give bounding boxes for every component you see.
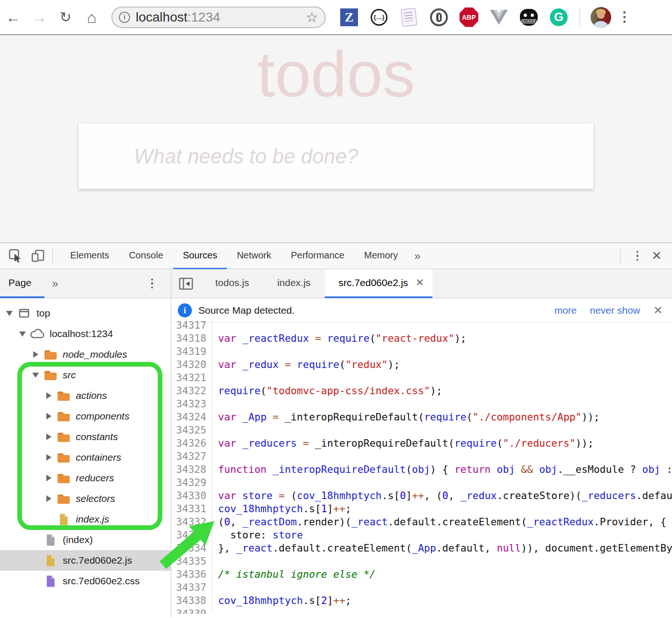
tree-item-src-bundle-js[interactable]: src.7ed060e2.js [0, 550, 171, 571]
tab-sources[interactable]: Sources [173, 243, 227, 269]
line-number[interactable]: 34333 [171, 529, 212, 542]
disclosure-closed-icon[interactable] [44, 495, 53, 502]
code-line: 34323 [171, 397, 672, 411]
tree-item-constants[interactable]: constants [0, 427, 171, 447]
disclosure-closed-icon[interactable] [44, 392, 53, 399]
disclosure-closed-icon[interactable] [44, 475, 53, 481]
code-line: 34331cov_18hmhptych.s[1]++; [171, 502, 672, 515]
new-todo-placeholder: What needs to be done? [134, 145, 358, 168]
sidebar-menu-button[interactable] [143, 279, 162, 289]
tree-item-src-bundle-css[interactable]: src.7ed060e2.css [0, 571, 171, 591]
tab-performance[interactable]: Performance [281, 243, 355, 269]
adblock-plus-extension-icon[interactable]: ABP [460, 8, 478, 27]
line-number[interactable]: 34338 [171, 594, 212, 607]
kuker-extension-icon[interactable]: KUKER [519, 8, 538, 27]
tab-network[interactable]: Network [227, 243, 281, 269]
line-number[interactable]: 34321 [171, 371, 212, 384]
line-number[interactable]: 34324 [171, 411, 212, 424]
notes-extension-icon[interactable] [400, 8, 418, 27]
tree-item-components[interactable]: components [0, 406, 171, 427]
grammarly-extension-icon[interactable]: G [549, 8, 568, 27]
disclosure-closed-icon[interactable] [44, 434, 53, 440]
line-number[interactable]: 34329 [171, 476, 212, 489]
more-tabs-icon[interactable]: » [408, 250, 427, 263]
line-number[interactable]: 34331 [171, 502, 212, 515]
tree-item-top[interactable]: top [0, 303, 171, 324]
line-number[interactable]: 34330 [171, 489, 212, 502]
editor-tab-index-js[interactable]: index.js [263, 269, 324, 298]
sidebar-header: Page » [0, 269, 171, 298]
line-number[interactable]: 34337 [171, 581, 212, 594]
line-number[interactable]: 34334 [171, 542, 212, 555]
tree-item-src[interactable]: src [0, 365, 171, 385]
line-number[interactable]: 34339 [171, 607, 212, 614]
frame-icon [16, 308, 33, 318]
browser-menu-button[interactable] [623, 11, 626, 23]
tree-item-index-document[interactable]: (index) [0, 530, 171, 550]
line-number[interactable]: 34336 [171, 568, 212, 581]
line-number[interactable]: 34325 [171, 424, 212, 437]
line-number[interactable]: 34322 [171, 384, 212, 397]
sourcemap-never-show-link[interactable]: never show [590, 305, 640, 316]
tree-item-index-js[interactable]: index.js [0, 509, 171, 530]
code-line: 34330var store = (cov_18hmhptych.s[0]++,… [171, 489, 672, 502]
forward-button[interactable]: → [26, 10, 52, 25]
page-info-icon[interactable]: i [119, 12, 130, 23]
collapse-sidebar-icon[interactable] [179, 277, 194, 290]
sidebar-more-tabs-icon[interactable]: » [52, 277, 58, 290]
address-bar[interactable]: i localhost:1234 ☆ [111, 7, 326, 28]
vue-devtools-extension-icon[interactable] [489, 8, 508, 27]
disclosure-open-icon[interactable] [5, 311, 14, 316]
devtools-close-button[interactable]: ✕ [647, 249, 672, 263]
tree-item-reducers[interactable]: reducers [0, 468, 171, 488]
line-number[interactable]: 34332 [171, 515, 212, 529]
tree-item-localhost[interactable]: localhost:1234 [0, 324, 171, 344]
line-number[interactable]: 34335 [171, 555, 212, 568]
infobar-close-icon[interactable]: ✕ [653, 304, 663, 317]
line-number[interactable]: 34318 [171, 332, 212, 345]
disclosure-closed-icon[interactable] [44, 454, 53, 461]
tab-memory[interactable]: Memory [354, 243, 408, 269]
bookmark-star-icon[interactable]: ☆ [306, 9, 318, 25]
new-todo-input[interactable]: What needs to be done? [79, 124, 593, 189]
onepassword-extension-icon[interactable] [430, 8, 448, 27]
zotero-extension-icon[interactable]: Z [340, 8, 358, 27]
json-viewer-extension-icon[interactable]: {…} [370, 8, 388, 27]
code-text: (0, _reactDom.render)(_react.default.cre… [212, 515, 666, 529]
line-number[interactable]: 34320 [171, 358, 212, 371]
code-text [212, 581, 218, 594]
editor-tab-src-bundle-js[interactable]: src.7ed060e2.js✕ [325, 269, 433, 298]
code-line: 34335 [171, 555, 672, 568]
tree-item-containers[interactable]: containers [0, 447, 171, 468]
disclosure-open-icon[interactable] [18, 331, 27, 337]
inspect-element-icon[interactable] [8, 249, 22, 263]
disclosure-open-icon[interactable] [31, 373, 40, 378]
devtools-menu-button[interactable] [628, 251, 647, 261]
line-number[interactable]: 34328 [171, 463, 212, 476]
line-number[interactable]: 34327 [171, 450, 212, 463]
code-line: 34321 [171, 371, 672, 384]
profile-avatar[interactable] [591, 7, 611, 28]
line-number[interactable]: 34317 [171, 319, 212, 332]
line-number[interactable]: 34323 [171, 397, 212, 411]
tab-page[interactable]: Page [0, 269, 44, 298]
tab-elements[interactable]: Elements [60, 243, 119, 269]
tab-console[interactable]: Console [119, 243, 173, 269]
back-button[interactable]: ← [0, 10, 26, 25]
tree-item-actions[interactable]: actions [0, 385, 171, 406]
code-viewer[interactable]: 3431734318var _reactRedux = require("rea… [171, 319, 672, 614]
tree-item-selectors[interactable]: selectors [0, 488, 171, 509]
device-toolbar-icon[interactable] [31, 249, 45, 263]
url-text[interactable]: localhost:1234 [136, 10, 220, 25]
close-tab-icon[interactable]: ✕ [416, 277, 424, 289]
sourcemap-more-link[interactable]: more [555, 305, 577, 316]
editor-tab-todos-js[interactable]: todos.js [201, 269, 263, 298]
line-number[interactable]: 34326 [171, 437, 212, 450]
home-button[interactable]: ⌂ [79, 9, 105, 25]
todos-page: todos What needs to be done? [0, 35, 672, 243]
disclosure-closed-icon[interactable] [31, 351, 40, 358]
line-number[interactable]: 34319 [171, 345, 212, 358]
reload-button[interactable]: ↻ [52, 10, 79, 24]
tree-item-node-modules[interactable]: node_modules [0, 344, 171, 365]
disclosure-closed-icon[interactable] [44, 413, 53, 419]
